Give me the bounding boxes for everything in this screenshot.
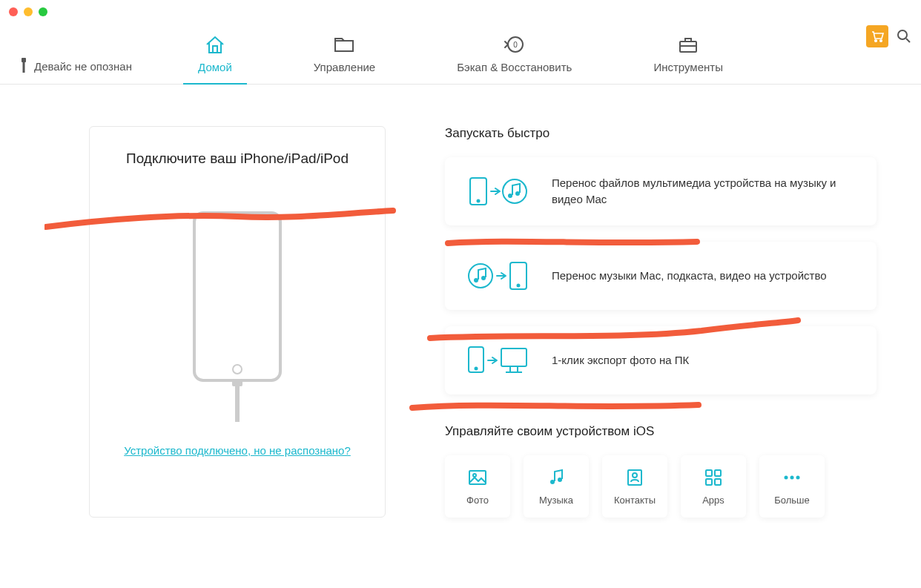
more-icon [782, 468, 802, 487]
svg-rect-22 [469, 471, 486, 484]
svg-point-23 [473, 474, 476, 477]
svg-rect-30 [706, 479, 712, 485]
svg-rect-21 [501, 348, 526, 366]
main-nav: Домой Управление 0 Бэкап & Восстановить … [183, 28, 738, 84]
tile-apps-label: Apps [702, 495, 724, 506]
svg-point-8 [898, 30, 907, 39]
nav-home-label: Домой [198, 61, 232, 73]
restore-icon: 0 [504, 34, 526, 55]
tile-photo-label: Фото [466, 495, 489, 506]
tile-more-label: Больше [774, 495, 810, 506]
header-actions [866, 25, 912, 47]
nav-manage[interactable]: Управление [299, 28, 390, 84]
apps-icon [704, 468, 723, 487]
tile-apps[interactable]: Apps [681, 455, 746, 518]
minimize-window-dot[interactable] [24, 7, 33, 16]
phone-home-button-graphic [232, 364, 242, 374]
svg-point-27 [633, 473, 637, 478]
cable-graphic [235, 385, 240, 422]
svg-point-7 [880, 40, 882, 42]
music-to-device-icon [466, 258, 529, 294]
svg-rect-2 [213, 46, 217, 53]
home-icon [204, 34, 226, 55]
device-status: Девайс не опознан [19, 58, 132, 75]
manage-section-title: Управляйте своим устройством iOS [445, 424, 877, 439]
nav-manage-label: Управление [314, 61, 375, 73]
tile-music[interactable]: Музыка [524, 455, 589, 518]
tile-music-label: Музыка [539, 495, 573, 506]
app-header: Девайс не опознан Домой Управление 0 Бэк… [0, 16, 921, 85]
main-content: Подключите ваш iPhone/iPad/iPod Устройст… [0, 85, 921, 518]
nav-tools-label: Инструменты [653, 61, 723, 73]
cart-button[interactable] [866, 25, 888, 47]
svg-point-14 [469, 264, 492, 288]
music-icon [547, 468, 566, 487]
close-window-dot[interactable] [9, 7, 18, 16]
quick-card-3-text: 1-клик экспорт фото на ПК [552, 352, 689, 369]
photo-icon [468, 468, 487, 487]
nav-tools[interactable]: Инструменты [638, 28, 738, 84]
maximize-window-dot[interactable] [39, 7, 47, 16]
search-button[interactable] [896, 28, 912, 44]
quick-start-title: Запускать быстро [445, 126, 877, 141]
svg-rect-31 [715, 479, 721, 485]
connect-device-card: Подключите ваш iPhone/iPad/iPod Устройст… [89, 126, 386, 518]
tile-more[interactable]: Больше [759, 455, 825, 518]
svg-point-10 [478, 200, 480, 202]
svg-rect-1 [23, 62, 25, 73]
quick-card-2-text: Перенос музыки Mac, подкаста, видео на у… [552, 268, 827, 285]
device-to-music-icon [466, 174, 529, 209]
usb-icon [19, 58, 28, 75]
tile-photo[interactable]: Фото [445, 455, 510, 518]
toolbox-icon [677, 34, 699, 55]
right-column: Запускать быстро Перенос файлов мультиме… [445, 126, 877, 518]
nav-home[interactable]: Домой [183, 28, 247, 84]
svg-point-32 [785, 475, 788, 479]
svg-point-34 [796, 475, 800, 479]
quick-card-1-text: Перенос файлов мультимедиа устройства на… [552, 175, 856, 208]
connect-title: Подключите ваш iPhone/iPad/iPod [126, 151, 349, 167]
device-not-recognized-link[interactable]: Устройство подключено, но не распознано? [124, 444, 351, 457]
device-status-text: Девайс не опознан [34, 60, 132, 73]
device-to-pc-icon [466, 343, 529, 378]
nav-backup[interactable]: 0 Бэкап & Восстановить [442, 28, 587, 84]
quick-card-mac-to-device[interactable]: Перенос музыки Mac, подкаста, видео на у… [445, 242, 877, 310]
svg-point-11 [503, 179, 526, 203]
svg-point-20 [475, 368, 478, 370]
svg-rect-29 [715, 470, 721, 476]
svg-point-33 [790, 475, 794, 479]
svg-point-18 [518, 285, 520, 287]
quick-card-export-photo[interactable]: 1-клик экспорт фото на ПК [445, 326, 877, 394]
nav-backup-label: Бэкап & Восстановить [457, 61, 572, 73]
quick-start-cards: Перенос файлов мультимедиа устройства на… [445, 157, 877, 394]
window-traffic-lights [0, 0, 921, 16]
contacts-icon [625, 468, 644, 487]
svg-rect-0 [22, 58, 26, 62]
svg-point-6 [875, 40, 877, 42]
folder-icon [333, 34, 355, 55]
tile-contacts-label: Контакты [614, 495, 656, 506]
phone-outline-graphic [193, 211, 282, 382]
svg-rect-28 [706, 470, 712, 476]
svg-text:0: 0 [513, 41, 518, 49]
manage-tiles: Фото Музыка Контакты Apps [445, 455, 877, 518]
quick-card-device-to-mac[interactable]: Перенос файлов мультимедиа устройства на… [445, 157, 877, 225]
tile-contacts[interactable]: Контакты [602, 455, 667, 518]
